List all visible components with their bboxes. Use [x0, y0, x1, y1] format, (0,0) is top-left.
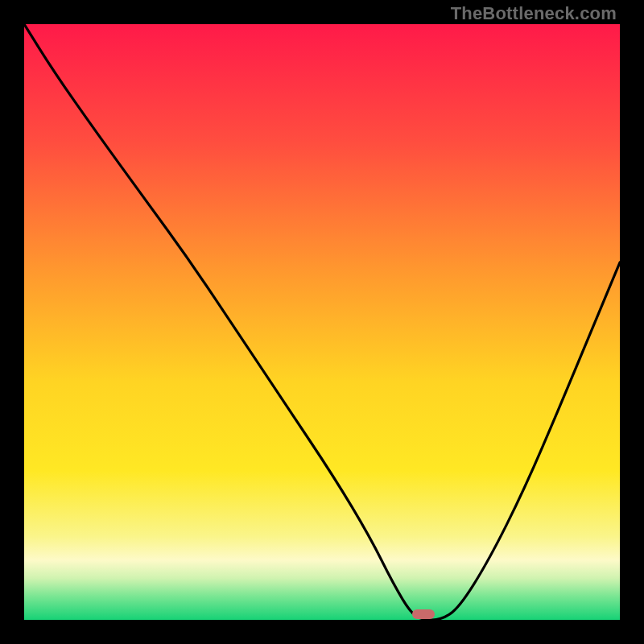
plot-area [24, 24, 620, 620]
bottleneck-curve [24, 24, 620, 620]
chart-frame: TheBottleneck.com [0, 0, 644, 644]
watermark-text: TheBottleneck.com [451, 3, 617, 24]
optimum-marker [412, 609, 435, 619]
